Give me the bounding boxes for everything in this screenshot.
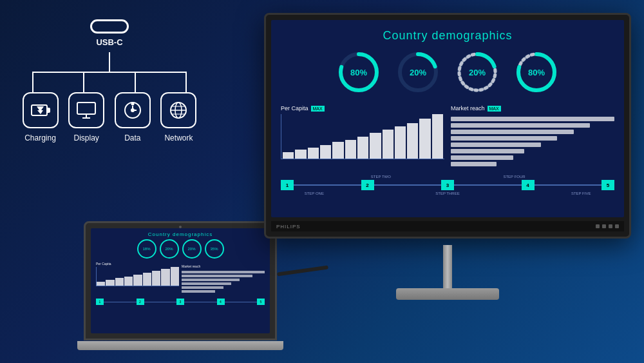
market-reach-section: Market reach MAX [451, 105, 614, 169]
hbar-5 [451, 142, 541, 147]
step-bottom-labels: STEP ONE STEP THREE STEP FIVE [281, 191, 614, 195]
bar-7 [357, 137, 368, 159]
circle-stat-2: 20% [395, 49, 441, 95]
laptop-circle-2: 20% [160, 239, 179, 259]
circle-stat-4: 80% [513, 49, 560, 95]
branch-line-4 [185, 73, 187, 92]
data-item: Data [111, 92, 153, 142]
bar-6 [345, 140, 356, 159]
data-clock-icon [122, 100, 143, 121]
monitor-buttons [596, 224, 619, 228]
laptop-step-5: 5 [257, 299, 265, 305]
step-line-3 [454, 184, 522, 186]
laptop-screen-title: Country demographics [91, 228, 270, 237]
screen-circles: 80% 20% 20% 80% [271, 43, 624, 102]
bar-8 [370, 133, 381, 159]
monitor: Country demographics 80% 20% 20% [264, 13, 631, 290]
bar-3 [308, 148, 319, 159]
laptop-bar-section: Per Capita [96, 262, 179, 295]
bar-4 [320, 145, 331, 159]
step-1: 1 [281, 180, 294, 190]
svg-point-6 [131, 103, 133, 105]
branch-line-3 [135, 73, 136, 92]
laptop-percapita-label: Per Capita [96, 262, 179, 266]
svg-rect-2 [77, 103, 95, 114]
monitor-btn-1[interactable] [596, 224, 600, 228]
monitor-btn-3[interactable] [609, 224, 612, 228]
display-icon-circle [68, 92, 104, 128]
branch-lines [32, 73, 187, 92]
bar-12 [419, 119, 430, 159]
circle-3-text: 20% [469, 68, 486, 77]
monitor-btn-4[interactable] [615, 224, 619, 228]
laptop-circles: 18% 20% 20% 35% [91, 237, 270, 260]
bar-13 [432, 114, 443, 159]
laptop-hbar-section: Market reach [182, 262, 265, 295]
bar-9 [383, 130, 393, 159]
laptop-step-conn-4 [225, 302, 258, 302]
data-icon-circle [115, 92, 151, 128]
circle-1-text: 80% [350, 68, 367, 77]
monitor-screen: Country demographics 80% 20% 20% [271, 20, 624, 217]
per-capita-bar-chart [281, 114, 444, 159]
laptop-step-conn-3 [184, 302, 217, 302]
step-3: 3 [441, 180, 454, 190]
laptop-step-3: 3 [176, 299, 184, 305]
usbc-label: USB-C [96, 37, 122, 47]
step-labels-top: STEP TWO STEP FOUR [281, 175, 614, 179]
display-item: Display [66, 92, 108, 142]
monitor-bezel: Country demographics 80% 20% 20% [264, 13, 631, 239]
step-5: 5 [601, 180, 614, 190]
svg-point-9 [131, 109, 134, 112]
usbc-connector-icon [90, 19, 129, 34]
monitor-stand-base [396, 288, 499, 300]
charging-item: Charging [19, 92, 61, 142]
step-line-1 [294, 184, 361, 186]
hbar-6 [451, 149, 524, 153]
hbar-7 [451, 155, 513, 160]
laptop-charts: Per Capita Market reach [91, 260, 270, 297]
per-capita-section: Per Capita MAX [281, 105, 444, 169]
laptop-market-label: Market reach [182, 264, 265, 268]
hbar-4 [451, 136, 557, 141]
network-item: Network [158, 92, 200, 142]
step-4: 4 [522, 180, 535, 190]
data-label: Data [124, 133, 140, 142]
charts-row: Per Capita MAX [271, 102, 624, 172]
charging-icon-circle [23, 92, 59, 128]
laptop-circle-1: 18% [137, 239, 156, 259]
laptop-step-2: 2 [137, 299, 144, 305]
hbar-3 [451, 130, 574, 134]
monitor-icon [76, 100, 97, 121]
bar-2 [295, 150, 306, 159]
monitor-bottom-bar: PHILIPS [271, 221, 624, 231]
monitor-stand-neck [443, 245, 452, 290]
laptop-screen-inner: Country demographics 18% 20% 20% 35% Per… [91, 228, 270, 333]
usbc-icons-row: Charging Display [19, 92, 200, 142]
laptop-steps: 1 2 3 4 5 [91, 297, 270, 307]
laptop-step-conn-2 [144, 302, 177, 302]
charging-label: Charging [24, 133, 56, 142]
laptop-step-4: 4 [217, 299, 225, 305]
tree-container [19, 52, 200, 92]
circle-stat-3: 20% [454, 49, 500, 95]
screen-title: Country demographics [271, 20, 624, 43]
bar-1 [283, 152, 294, 159]
laptop-base [77, 341, 283, 350]
bar-11 [407, 123, 418, 159]
laptop-circle-4: 35% [205, 239, 224, 259]
steps-container: STEP TWO STEP FOUR 1 2 3 4 5 [271, 172, 624, 198]
network-label: Network [164, 133, 193, 142]
step-line-2 [374, 184, 442, 186]
tree-vertical-line [109, 52, 110, 72]
hbar-1 [451, 117, 614, 121]
circle-stat-1: 80% [336, 49, 382, 95]
monitor-btn-2[interactable] [602, 224, 606, 228]
steps-main: 1 2 3 4 5 [281, 180, 614, 190]
laptop-circle-3: 20% [182, 239, 202, 259]
bar-5 [332, 142, 343, 159]
laptop-bar-chart [96, 267, 179, 286]
globe-icon [168, 100, 189, 121]
market-reach-title: Market reach MAX [451, 105, 614, 112]
laptop-step-conn-1 [104, 302, 137, 302]
